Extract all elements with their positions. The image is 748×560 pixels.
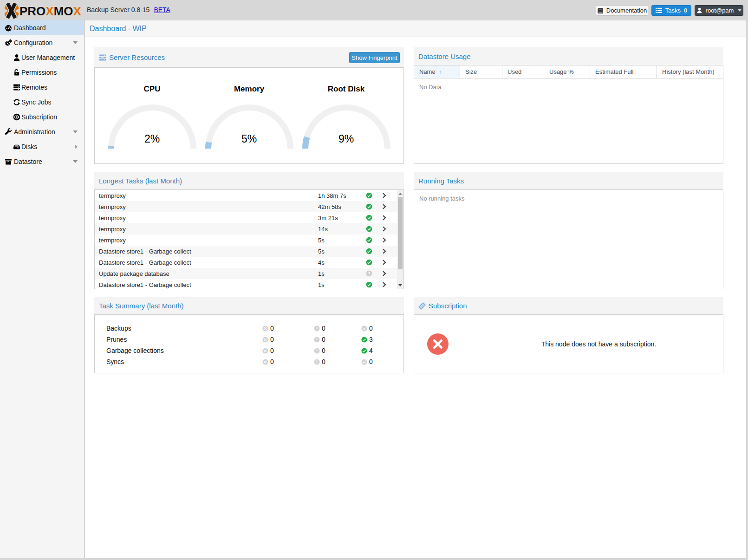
task-row[interactable]: Datastore store1 - Garbage collect 5s ? xyxy=(95,246,397,257)
open-task-button[interactable] xyxy=(378,192,390,199)
task-duration: 5s xyxy=(318,248,364,255)
open-task-button[interactable] xyxy=(378,270,390,277)
task-row[interactable]: termproxy 3m 21s ? xyxy=(95,212,397,223)
user-menu-button[interactable]: root@pam xyxy=(695,5,743,16)
warning-count-group: 0 xyxy=(314,325,361,332)
task-row[interactable]: termproxy 5s ? xyxy=(95,234,397,246)
caret-down-icon[interactable] xyxy=(73,41,78,44)
task-name: termproxy xyxy=(95,192,318,199)
task-row[interactable]: termproxy 14s ? xyxy=(95,223,397,234)
open-task-button[interactable] xyxy=(378,203,390,210)
subscription-body: This node does not have a subscription. xyxy=(414,314,723,373)
caret-right-icon[interactable] xyxy=(75,144,78,149)
task-duration: 5s xyxy=(318,237,364,244)
ok-count-group: 0 xyxy=(361,325,404,332)
open-task-button[interactable] xyxy=(378,248,390,254)
open-task-button[interactable] xyxy=(378,259,390,266)
status-icon: ? xyxy=(366,270,372,277)
task-row[interactable]: Update package database 1s ? xyxy=(95,268,397,279)
top-bar: PROXMOX Backup Server 0.8-15 BETA Docume… xyxy=(0,0,748,20)
task-duration: 14s xyxy=(318,226,364,233)
task-row[interactable]: termproxy 42m 58s ? xyxy=(95,201,397,212)
task-summary-row: Prunes 0 0 3 xyxy=(95,334,403,345)
task-name: termproxy xyxy=(95,226,318,233)
task-row[interactable]: Datastore store1 - Garbage collect 1s ? xyxy=(95,279,397,289)
sidebar-item-sync-jobs[interactable]: Sync Jobs xyxy=(0,95,84,110)
task-type-label: Prunes xyxy=(95,336,262,343)
column-header-usage[interactable]: Usage % xyxy=(544,65,590,78)
column-header-used[interactable]: Used xyxy=(502,65,544,78)
server-resources-body: CPU 2% Memory 5% xyxy=(94,67,404,164)
status-icon: ? xyxy=(366,203,372,210)
scroll-down-button[interactable] xyxy=(397,281,403,289)
gauge: CPU 2% xyxy=(104,68,201,163)
hdd-icon xyxy=(13,143,20,150)
show-fingerprint-button[interactable]: Show Fingerprint xyxy=(349,52,400,63)
task-duration: 1s xyxy=(318,281,364,288)
open-task-button[interactable] xyxy=(378,281,390,288)
scroll-up-button[interactable] xyxy=(397,190,403,197)
sidebar-item-dashboard[interactable]: Dashboard xyxy=(0,20,84,35)
panel-title: Server Resources xyxy=(109,53,165,61)
warning-icon xyxy=(314,337,320,343)
task-status: ? xyxy=(364,270,375,277)
error-count-group: 0 xyxy=(262,347,314,354)
sidebar-item-label: Sync Jobs xyxy=(21,98,52,106)
column-header-size[interactable]: Size xyxy=(460,65,502,78)
task-name: termproxy xyxy=(95,215,318,221)
task-summary-row: Garbage collections 0 0 4 xyxy=(95,345,403,356)
error-count-group: 0 xyxy=(262,325,314,332)
column-header-estimated-full[interactable]: Estimated Full xyxy=(590,65,657,78)
datastore-usage-grid: Name↑ Size Used Usage % Estimated Full H… xyxy=(414,65,723,164)
panel-header: Longest Tasks (last Month) xyxy=(94,172,404,189)
beta-link[interactable]: BETA xyxy=(154,6,170,13)
user-icon xyxy=(13,54,20,61)
sidebar-item-label: Subscription xyxy=(21,113,57,121)
open-task-button[interactable] xyxy=(378,237,390,243)
sidebar-item-remotes[interactable]: Remotes xyxy=(0,80,84,95)
vertical-scrollbar[interactable] xyxy=(397,190,403,289)
caret-down-icon[interactable] xyxy=(73,130,78,133)
sidebar-item-administration[interactable]: Administration xyxy=(0,124,84,139)
task-row[interactable]: termproxy 1h 38m 7s ? xyxy=(95,190,397,201)
chevron-right-icon xyxy=(381,215,387,221)
task-row[interactable]: Datastore store1 - Garbage collect 4s ? xyxy=(95,257,397,268)
scrollbar-thumb[interactable] xyxy=(398,197,403,269)
sidebar-item-label: Configuration xyxy=(14,39,52,46)
ok-count: 0 xyxy=(369,358,373,365)
task-name: Update package database xyxy=(95,270,318,277)
triangle-down-icon xyxy=(398,284,402,287)
column-label: Usage % xyxy=(549,68,574,75)
sidebar-item-datastore[interactable]: Datastore xyxy=(0,154,84,169)
task-list: termproxy 1h 38m 7s ? xyxy=(95,190,397,289)
column-label: Name xyxy=(419,68,436,75)
sidebar-item-subscription[interactable]: Subscription xyxy=(0,110,84,124)
task-status: ? xyxy=(364,226,375,232)
tasks-button[interactable]: Tasks 0 xyxy=(651,5,691,16)
task-summary-row: Backups 0 0 0 xyxy=(95,323,403,334)
main-content: Dashboard - WIP Server Resources Show Fi… xyxy=(85,20,746,558)
documentation-button[interactable]: Documentation xyxy=(596,5,648,16)
warning-count-group: 0 xyxy=(314,347,361,354)
app-root: PROXMOX Backup Server 0.8-15 BETA Docume… xyxy=(0,0,748,560)
task-status: ? xyxy=(364,281,375,288)
open-task-button[interactable] xyxy=(378,226,390,232)
gauge-label: Root Disk xyxy=(298,85,395,94)
user-icon xyxy=(696,7,702,13)
open-task-button[interactable] xyxy=(378,215,390,221)
task-status: ? xyxy=(364,248,375,254)
task-summary-rows: Backups 0 0 0 xyxy=(95,315,403,367)
sidebar-item-user-management[interactable]: User Management xyxy=(0,50,84,65)
chevron-down-icon xyxy=(738,9,741,12)
column-label: History (last Month) xyxy=(662,68,715,75)
sidebar-item-disks[interactable]: Disks xyxy=(0,139,84,154)
sidebar-item-permissions[interactable]: Permissions xyxy=(0,65,84,80)
column-header-name[interactable]: Name↑ xyxy=(414,65,460,78)
panel-task-summary: Task Summary (last Month) Backups 0 xyxy=(94,297,404,373)
sidebar-item-configuration[interactable]: Configuration xyxy=(0,35,84,50)
status-icon: ? xyxy=(366,259,372,266)
caret-down-icon[interactable] xyxy=(73,160,78,163)
panel-header: Datastore Usage xyxy=(414,47,723,65)
warning-icon xyxy=(314,348,320,354)
column-header-history[interactable]: History (last Month) xyxy=(657,65,723,78)
